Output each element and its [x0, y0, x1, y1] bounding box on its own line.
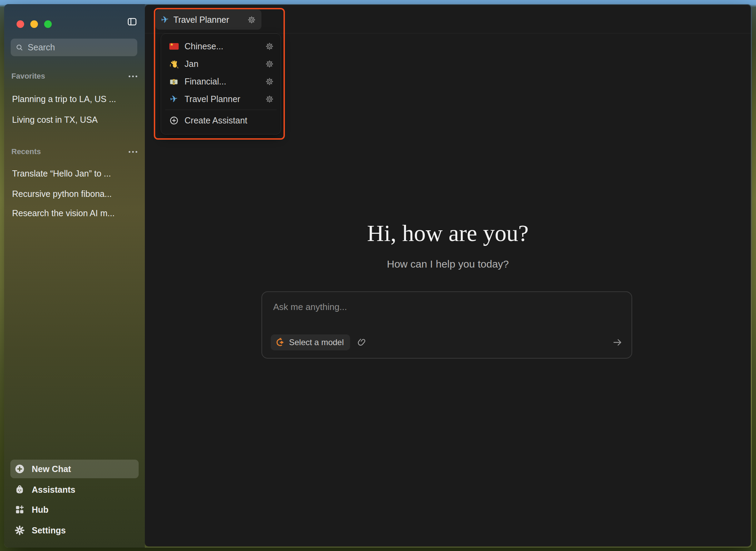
- gear-outline-icon[interactable]: [265, 95, 274, 103]
- paperclip-icon: [355, 335, 369, 350]
- assistant-option-financial[interactable]: $ Financial...: [165, 73, 277, 90]
- plus-circle-outline-icon: [169, 116, 179, 125]
- favorite-item-label: Living cost in TX, USA: [12, 115, 98, 125]
- favorite-item-living-cost[interactable]: Living cost in TX, USA: [8, 111, 141, 129]
- assistant-option-label: Jan: [185, 59, 260, 69]
- recent-item-label: Recursive python fibona...: [12, 189, 112, 199]
- chat-composer: Ask me anything... Select a model: [261, 291, 632, 359]
- traffic-lights: [17, 20, 52, 28]
- sidebar-item-assistants[interactable]: Assistants: [10, 480, 139, 499]
- recent-item-recursive[interactable]: Recursive python fibona...: [8, 185, 141, 203]
- nav-label: Hub: [32, 505, 49, 515]
- assistant-option-chinese[interactable]: Chinese...: [165, 38, 277, 55]
- favorites-section-header: Favorites: [11, 71, 138, 81]
- app-window: Favorites Planning a trip to LA, US ... …: [4, 4, 752, 548]
- close-button[interactable]: [17, 20, 24, 28]
- search-bar[interactable]: [11, 39, 137, 56]
- minimize-button[interactable]: [30, 20, 38, 28]
- favorites-label: Favorites: [11, 72, 45, 81]
- composer-input[interactable]: Ask me anything...: [273, 302, 347, 312]
- create-assistant-label: Create Assistant: [185, 116, 274, 126]
- favorites-ellipsis-icon[interactable]: [128, 74, 138, 79]
- banknote-icon: $: [169, 77, 179, 87]
- recent-item-label: Research the vision AI m...: [12, 208, 115, 218]
- main-panel: ✈ Travel Planner Chinese...: [145, 5, 751, 547]
- greeting-title: Hi, how are you?: [145, 221, 751, 245]
- gear-outline-icon[interactable]: [265, 60, 274, 68]
- gear-outline-icon[interactable]: [265, 42, 274, 51]
- recents-label: Recents: [11, 147, 41, 156]
- recent-item-translate[interactable]: Translate “Hello Jan” to ...: [8, 164, 141, 182]
- nav-label: Settings: [32, 525, 66, 535]
- sidebar: Favorites Planning a trip to LA, US ... …: [4, 4, 145, 548]
- nav-label: Assistants: [32, 485, 75, 495]
- recent-item-research[interactable]: Research the vision AI m...: [8, 204, 141, 222]
- svg-text:$: $: [173, 80, 175, 83]
- china-flag-icon: [169, 43, 179, 50]
- select-model-label: Select a model: [289, 338, 344, 347]
- assistant-switcher-button[interactable]: ✈ Travel Planner: [156, 10, 261, 30]
- airplane-icon: ✈: [169, 94, 178, 104]
- favorite-item-label: Planning a trip to LA, US ...: [12, 94, 116, 104]
- sidebar-item-settings[interactable]: Settings: [10, 521, 139, 540]
- create-assistant-button[interactable]: Create Assistant: [165, 112, 277, 129]
- sidebar-item-hub[interactable]: Hub: [10, 500, 139, 519]
- airplane-icon: ✈: [160, 14, 169, 25]
- assistant-option-label: Financial...: [185, 77, 260, 87]
- zoom-button[interactable]: [44, 20, 52, 28]
- greeting-subtitle: How can I help you today?: [145, 258, 751, 270]
- toggle-sidebar-icon[interactable]: [127, 17, 137, 27]
- assistant-option-jan[interactable]: Jan: [165, 55, 277, 73]
- favorite-item-trip-la[interactable]: Planning a trip to LA, US ...: [8, 90, 141, 108]
- nav-label: New Chat: [32, 464, 71, 474]
- sidebar-item-new-chat[interactable]: New Chat: [10, 460, 139, 478]
- assistant-option-label: Travel Planner: [185, 94, 260, 104]
- recents-ellipsis-icon[interactable]: [128, 150, 138, 154]
- gear-outline-icon[interactable]: [247, 16, 256, 24]
- dropdown-divider: [165, 110, 277, 110]
- recent-item-label: Translate “Hello Jan” to ...: [12, 169, 111, 179]
- recents-section-header: Recents: [11, 147, 138, 157]
- attach-button[interactable]: [357, 337, 367, 348]
- search-icon: [16, 43, 23, 52]
- assistant-dropdown: Chinese...: [161, 33, 281, 134]
- assistant-option-label: Chinese...: [185, 41, 260, 51]
- assistant-option-travel-planner[interactable]: ✈ Travel Planner: [165, 90, 277, 108]
- assistant-robot-icon: [14, 484, 25, 495]
- select-model-button[interactable]: Select a model: [271, 334, 350, 350]
- gear-outline-icon[interactable]: [265, 77, 274, 86]
- plus-circle-icon: [14, 464, 25, 474]
- send-button[interactable]: [612, 337, 623, 348]
- hub-grid-plus-icon: [14, 504, 25, 515]
- llama-logo-icon: [275, 337, 285, 348]
- gear-icon: [14, 525, 25, 535]
- waving-hand-icon: [169, 59, 179, 69]
- assistant-switcher-label: Travel Planner: [173, 15, 243, 25]
- arrow-right-icon: [612, 337, 623, 348]
- search-input[interactable]: [28, 42, 132, 52]
